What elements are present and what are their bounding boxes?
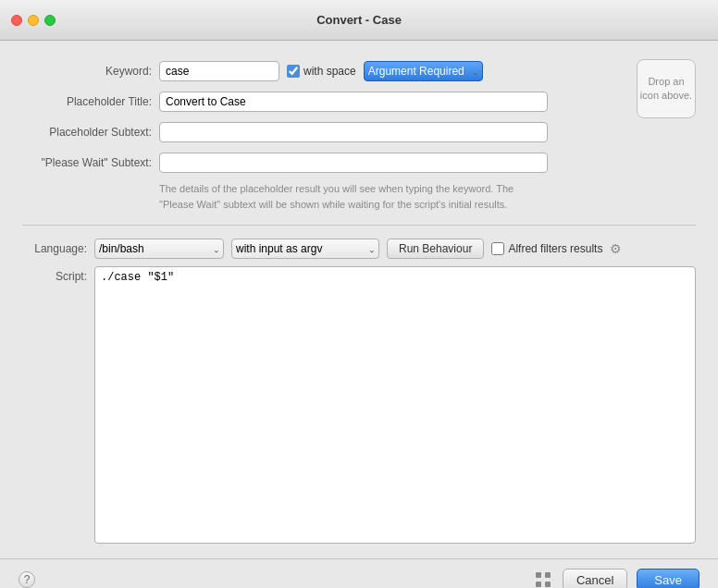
please-wait-label: "Please Wait" Subtext:: [22, 156, 152, 169]
close-button[interactable]: [11, 15, 22, 26]
bottom-left: ?: [19, 571, 35, 588]
alfred-filters-checkbox[interactable]: [491, 242, 504, 255]
argument-dropdown-wrapper[interactable]: Argument Required: [364, 61, 483, 81]
maximize-button[interactable]: [44, 15, 56, 26]
window-title: Convert - Case: [316, 13, 402, 27]
separator-1: [22, 225, 696, 226]
alfred-filters-label[interactable]: Alfred filters results: [491, 242, 602, 255]
please-wait-row: "Please Wait" Subtext:: [22, 151, 614, 175]
icon-drop-zone[interactable]: Drop an icon above.: [637, 59, 696, 118]
traffic-lights: [11, 15, 56, 26]
top-form-area: Keyword: with space Argument Required Pl…: [22, 59, 696, 212]
placeholder-title-row: Placeholder Title:: [22, 90, 614, 114]
keyword-row: Keyword: with space Argument Required: [22, 59, 614, 83]
minimize-button[interactable]: [28, 15, 39, 26]
gear-icon[interactable]: ⚙: [610, 241, 622, 256]
language-row: Language: /bin/bash with input as argv R…: [22, 239, 696, 259]
form-fields: Keyword: with space Argument Required Pl…: [22, 59, 614, 212]
script-textarea[interactable]: ./case "$1": [94, 266, 696, 544]
svg-rect-2: [536, 582, 541, 587]
language-label: Language:: [22, 242, 87, 255]
title-bar: Convert - Case: [0, 0, 718, 41]
input-mode-dropdown-wrapper[interactable]: with input as argv: [231, 239, 379, 259]
placeholder-subtext-row: Placeholder Subtext:: [22, 120, 614, 144]
keyword-input[interactable]: [159, 61, 279, 81]
placeholder-subtext-label: Placeholder Subtext:: [22, 126, 152, 139]
placeholder-title-input[interactable]: [159, 92, 548, 112]
keyword-label: Keyword:: [22, 65, 152, 78]
language-dropdown-wrapper[interactable]: /bin/bash: [94, 239, 224, 259]
script-row: Script: ./case "$1": [22, 266, 696, 544]
svg-rect-0: [536, 572, 541, 578]
with-space-label[interactable]: with space: [287, 65, 356, 78]
cancel-button[interactable]: Cancel: [563, 569, 627, 588]
helper-text: The details of the placeholder result yo…: [159, 181, 614, 212]
argument-dropdown[interactable]: Argument Required: [364, 61, 483, 81]
svg-rect-3: [545, 582, 551, 587]
script-label: Script:: [22, 270, 87, 283]
svg-rect-1: [545, 572, 551, 578]
placeholder-title-label: Placeholder Title:: [22, 95, 152, 108]
language-dropdown[interactable]: /bin/bash: [94, 239, 224, 259]
bottom-right: Cancel Save: [533, 569, 699, 588]
with-space-checkbox[interactable]: [287, 65, 300, 78]
input-mode-dropdown[interactable]: with input as argv: [231, 239, 379, 259]
run-behaviour-button[interactable]: Run Behaviour: [387, 239, 484, 259]
main-content: Keyword: with space Argument Required Pl…: [0, 41, 718, 558]
please-wait-input[interactable]: [159, 153, 548, 173]
help-button[interactable]: ?: [19, 571, 35, 588]
grid-icon[interactable]: [533, 570, 553, 588]
placeholder-subtext-input[interactable]: [159, 122, 548, 142]
save-button[interactable]: Save: [637, 569, 699, 588]
bottom-bar: ? Cancel Save: [0, 558, 718, 588]
